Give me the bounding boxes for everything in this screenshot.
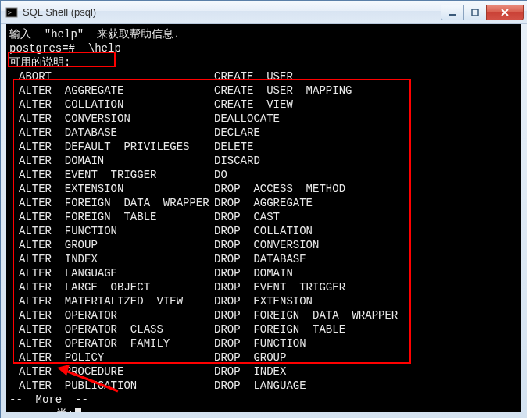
command-row: ALTER DEFAULT PRIVILEGESDELETE: [9, 140, 518, 154]
command-right: DROP DOMAIN: [214, 266, 293, 280]
command-row: ABORTCREATE USER: [9, 69, 518, 84]
command-left: ALTER POLICY: [9, 351, 214, 365]
command-right: DROP CAST: [214, 210, 280, 224]
command-left: ALTER FOREIGN DATA WRAPPER: [9, 196, 214, 210]
available-label: 可用的说明:: [9, 55, 518, 69]
svg-text:>_: >_: [8, 9, 16, 16]
command-left: ALTER LANGUAGE: [9, 266, 214, 280]
command-right: CREATE USER MAPPING: [214, 84, 352, 98]
command-right: DROP INDEX: [214, 365, 286, 379]
close-button[interactable]: [486, 5, 524, 20]
command-row: ALTER MATERIALIZED VIEWDROP EXTENSION: [9, 294, 518, 308]
command-left: ALTER FUNCTION: [9, 224, 214, 238]
command-left: ALTER FOREIGN TABLE: [9, 210, 214, 224]
command-right: DROP ACCESS METHOD: [214, 182, 345, 196]
command-row: ALTER DOMAINDISCARD: [9, 154, 518, 168]
command-right: DROP EXTENSION: [214, 294, 313, 308]
prompt-line: postgres=# \help: [9, 41, 518, 55]
bottom-prompt: 半:: [9, 407, 518, 412]
titlebar[interactable]: >_ SQL Shell (psql): [1, 1, 527, 24]
command-right: DEALLOCATE: [214, 112, 280, 126]
command-row: ALTER INDEXDROP DATABASE: [9, 252, 518, 266]
command-right: DROP GROUP: [214, 351, 286, 365]
command-left: ALTER DATABASE: [9, 126, 214, 140]
command-right: DROP LANGUAGE: [214, 379, 306, 393]
command-left: ALTER EXTENSION: [9, 182, 214, 196]
command-left: ALTER LARGE OBJECT: [9, 280, 214, 294]
window-title: SQL Shell (psql): [23, 6, 441, 18]
command-row: ALTER PROCEDUREDROP INDEX: [9, 365, 518, 379]
command-right: CREATE VIEW: [214, 98, 293, 112]
command-row: ALTER COLLATIONCREATE VIEW: [9, 98, 518, 112]
cursor: [75, 408, 81, 412]
command-right: DROP CONVERSION: [214, 238, 319, 252]
command-right: DROP FOREIGN TABLE: [214, 322, 345, 336]
command-row: ALTER DATABASEDECLARE: [9, 126, 518, 140]
command-right: DROP COLLATION: [214, 224, 313, 238]
command-left: ALTER COLLATION: [9, 98, 214, 112]
command-left: ALTER EVENT TRIGGER: [9, 168, 214, 182]
svg-rect-3: [449, 14, 456, 16]
command-row: ALTER OPERATOR FAMILYDROP FUNCTION: [9, 336, 518, 351]
command-left: ALTER DOMAIN: [9, 154, 214, 168]
app-window: >_ SQL Shell (psql) 输入 "help" 来获取帮助信息. p…: [0, 0, 527, 418]
command-left: ALTER OPERATOR CLASS: [9, 322, 214, 336]
command-row: ALTER PUBLICATIONDROP LANGUAGE: [9, 379, 518, 393]
minimize-button[interactable]: [441, 5, 464, 20]
more-prompt: -- More --: [9, 393, 518, 407]
command-right: DISCARD: [214, 154, 260, 168]
command-left: ALTER OPERATOR: [9, 308, 214, 322]
command-row: ALTER OPERATOR CLASSDROP FOREIGN TABLE: [9, 322, 518, 336]
command-right: DELETE: [214, 140, 253, 154]
command-row: ALTER OPERATORDROP FOREIGN DATA WRAPPER: [9, 308, 518, 322]
command-row: ALTER LANGUAGEDROP DOMAIN: [9, 266, 518, 280]
command-row: ALTER LARGE OBJECTDROP EVENT TRIGGER: [9, 280, 518, 294]
terminal-area[interactable]: 输入 "help" 来获取帮助信息. postgres=# \help 可用的说…: [6, 24, 521, 412]
intro-line: 输入 "help" 来获取帮助信息.: [9, 27, 518, 41]
command-left: ALTER OPERATOR FAMILY: [9, 336, 214, 351]
command-row: ALTER AGGREGATECREATE USER MAPPING: [9, 84, 518, 98]
command-list: ABORTCREATE USERALTER AGGREGATECREATE US…: [9, 69, 518, 393]
command-left: ALTER PROCEDURE: [9, 365, 214, 379]
command-right: DROP FUNCTION: [214, 336, 306, 351]
command-right: DROP FOREIGN DATA WRAPPER: [214, 308, 398, 322]
command-right: DROP AGGREGATE: [214, 196, 313, 210]
app-icon: >_: [5, 6, 18, 19]
command-left: ABORT: [9, 69, 214, 84]
command-left: ALTER CONVERSION: [9, 112, 214, 126]
command-right: DECLARE: [214, 126, 260, 140]
command-left: ALTER PUBLICATION: [9, 379, 214, 393]
command-row: ALTER EXTENSIONDROP ACCESS METHOD: [9, 182, 518, 196]
command-row: ALTER EVENT TRIGGERDO: [9, 168, 518, 182]
command-left: ALTER INDEX: [9, 252, 214, 266]
command-left: ALTER MATERIALIZED VIEW: [9, 294, 214, 308]
command-row: ALTER FUNCTIONDROP COLLATION: [9, 224, 518, 238]
command-left: ALTER DEFAULT PRIVILEGES: [9, 140, 214, 154]
command-row: ALTER FOREIGN DATA WRAPPERDROP AGGREGATE: [9, 196, 518, 210]
command-left: ALTER GROUP: [9, 238, 214, 252]
command-right: DROP EVENT TRIGGER: [214, 280, 345, 294]
command-row: ALTER GROUPDROP CONVERSION: [9, 238, 518, 252]
window-controls: [441, 5, 524, 20]
command-row: ALTER CONVERSIONDEALLOCATE: [9, 112, 518, 126]
command-left: ALTER AGGREGATE: [9, 84, 214, 98]
command-right: DROP DATABASE: [214, 252, 306, 266]
command-right: CREATE USER: [214, 69, 293, 84]
command-row: ALTER FOREIGN TABLEDROP CAST: [9, 210, 518, 224]
command-row: ALTER POLICYDROP GROUP: [9, 351, 518, 365]
maximize-button[interactable]: [463, 5, 487, 20]
svg-rect-4: [472, 9, 478, 16]
command-right: DO: [214, 168, 227, 182]
